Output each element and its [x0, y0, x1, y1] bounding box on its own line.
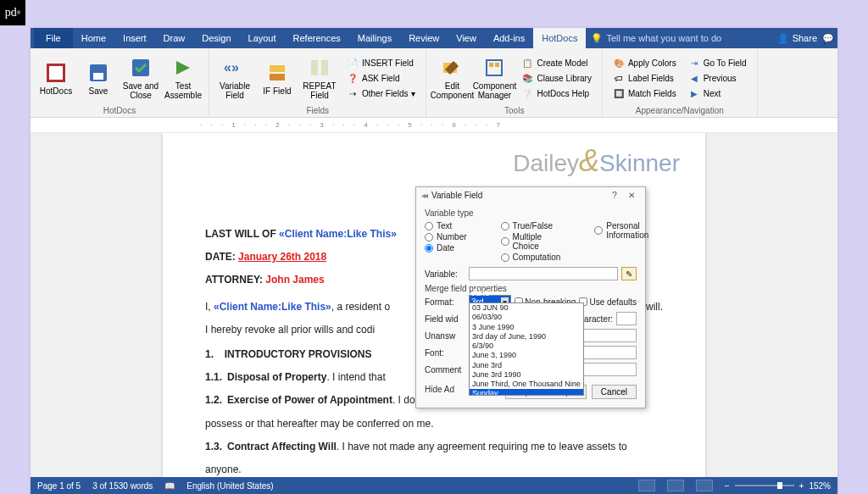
tab-design[interactable]: Design: [193, 28, 239, 48]
format-option[interactable]: June 3rd 1990: [470, 370, 583, 380]
attorney-field: John James: [265, 274, 324, 286]
tab-layout[interactable]: Layout: [240, 28, 285, 48]
radio-truefalse[interactable]: True/False: [501, 221, 561, 230]
next-button[interactable]: ▶Next: [687, 86, 748, 100]
tab-hotdocs[interactable]: HotDocs: [533, 28, 586, 48]
format-dropdown-list[interactable]: 03 JUN 90 06/03/90 3 June 1990 3rd day o…: [469, 303, 584, 396]
dialog-help-button[interactable]: ?: [606, 191, 623, 200]
language-status[interactable]: English (United States): [186, 481, 273, 491]
view-print-button[interactable]: [667, 480, 684, 491]
variable-field-dialog: ◂◂ Variable Field ? ✕ Variable type Text…: [415, 186, 646, 408]
hotdocs-launcher-button[interactable]: HotDocs: [36, 52, 76, 104]
dialog-nav-back-icon[interactable]: ◂◂: [421, 191, 426, 200]
radio-text[interactable]: Text: [425, 221, 467, 230]
apply-colors-button[interactable]: 🎨Apply Colors: [611, 56, 678, 69]
hotdocs-help-button[interactable]: ❔HotDocs Help: [520, 86, 593, 100]
save-close-button[interactable]: Save and Close: [120, 52, 161, 104]
save-button[interactable]: Save: [78, 52, 119, 104]
svg-rect-13: [489, 63, 493, 67]
format-option[interactable]: 03 JUN 90: [470, 303, 583, 313]
ask-field-button[interactable]: ❓ASK Field: [345, 71, 417, 85]
model-icon: 📋: [521, 57, 533, 69]
page-status[interactable]: Page 1 of 5: [37, 481, 81, 491]
field-width-label: Field wid: [425, 314, 465, 324]
dialog-title: Variable Field: [431, 191, 482, 200]
tell-me[interactable]: 💡 Tell me what you want to do: [591, 33, 721, 44]
chevrons-icon: «»: [223, 56, 247, 80]
save-icon: [86, 61, 110, 85]
tab-mailings[interactable]: Mailings: [349, 28, 400, 48]
ribbon: HotDocs Save Save and Close Test Assembl…: [31, 48, 837, 118]
format-option[interactable]: June 3, 1990: [470, 351, 583, 360]
word-count[interactable]: 3 of 1530 words: [92, 481, 153, 491]
share-button[interactable]: 👤 Share: [777, 33, 817, 44]
comments-icon[interactable]: 💬: [822, 33, 834, 44]
format-option[interactable]: June 3rd: [470, 361, 583, 370]
format-option[interactable]: Sunday: [470, 389, 583, 396]
variable-input[interactable]: [469, 267, 618, 280]
component-manager-button[interactable]: Component Manager: [474, 52, 515, 104]
format-option[interactable]: June Third, One Thousand Nine Hundred: [470, 380, 583, 389]
save-close-icon: [129, 56, 153, 80]
date-field: January 26th 2018: [238, 251, 326, 263]
clause-library-button[interactable]: 📚Clause Library: [520, 71, 593, 85]
proofing-icon[interactable]: 📖: [164, 481, 175, 491]
radio-date[interactable]: Date: [425, 243, 467, 253]
if-field-button[interactable]: IF Field: [257, 52, 298, 104]
tab-review[interactable]: Review: [400, 28, 448, 48]
svg-rect-9: [311, 60, 318, 75]
other-fields-button[interactable]: ⇢Other Fields ▾: [345, 86, 417, 100]
zoom-in-icon[interactable]: +: [799, 481, 804, 491]
test-assemble-button[interactable]: Test Assemble: [163, 52, 203, 104]
view-read-button[interactable]: [638, 480, 655, 491]
fill-char-input[interactable]: [616, 312, 637, 325]
tab-references[interactable]: References: [285, 28, 349, 48]
edit-component-button[interactable]: Edit Component: [431, 52, 472, 104]
variable-field-button[interactable]: «»Variable Field: [214, 52, 255, 104]
radio-number[interactable]: Number: [425, 232, 467, 241]
cancel-button[interactable]: Cancel: [592, 385, 637, 399]
format-label: Format:: [425, 297, 465, 307]
tab-view[interactable]: View: [448, 28, 485, 48]
tab-home[interactable]: Home: [73, 28, 114, 48]
font-label: Font:: [425, 348, 465, 358]
zoom-level[interactable]: 152%: [809, 481, 831, 491]
variable-wizard-button[interactable]: ✎: [621, 267, 637, 280]
hide-advanced-button[interactable]: Hide Ad: [425, 385, 454, 394]
radio-personal-info[interactable]: Personal Information: [594, 221, 648, 240]
library-icon: 📚: [521, 72, 533, 84]
menu-bar: File Home Insert Draw Design Layout Refe…: [31, 28, 837, 48]
repeat-field-button[interactable]: REPEAT Field: [299, 52, 340, 104]
match-icon: 🔲: [613, 87, 625, 99]
pd-logo: pd®: [0, 0, 25, 25]
chevron-down-icon: ▾: [411, 89, 415, 98]
match-fields-button[interactable]: 🔲Match Fields: [611, 86, 678, 100]
dialog-close-button[interactable]: ✕: [623, 191, 640, 200]
radio-multiple-choice[interactable]: Multiple Choice: [501, 232, 561, 251]
format-option[interactable]: 3 June 1990: [470, 323, 583, 332]
insert-field-button[interactable]: 📄INSERT Field: [345, 56, 417, 69]
format-option[interactable]: 6/3/90: [470, 341, 583, 351]
previous-button[interactable]: ◀Previous: [687, 71, 748, 85]
zoom-slider[interactable]: − + 152%: [725, 481, 831, 491]
merge-field-props-label: Merge field properties: [425, 284, 637, 293]
format-option[interactable]: 3rd day of June, 1990: [470, 332, 583, 341]
tab-file[interactable]: File: [34, 28, 73, 48]
radio-computation[interactable]: Computation: [501, 253, 561, 262]
svg-rect-12: [487, 60, 502, 75]
group-label-hotdocs: HotDocs: [36, 104, 203, 115]
label-fields-button[interactable]: 🏷Label Fields: [611, 71, 678, 85]
client-name-field: «Client Name:Like This»: [279, 228, 397, 240]
tab-insert[interactable]: Insert: [114, 28, 155, 48]
view-web-button[interactable]: [696, 480, 713, 491]
label-icon: 🏷: [613, 72, 625, 84]
svg-rect-10: [321, 60, 328, 75]
tab-draw[interactable]: Draw: [155, 28, 194, 48]
goto-field-button[interactable]: ⇥Go To Field: [687, 56, 748, 69]
tab-addins[interactable]: Add-ins: [485, 28, 533, 48]
use-defaults-checkbox[interactable]: Use defaults: [579, 297, 637, 307]
create-model-button[interactable]: 📋Create Model: [520, 56, 593, 69]
status-bar: Page 1 of 5 3 of 1530 words 📖 English (U…: [31, 477, 837, 494]
format-option[interactable]: 06/03/90: [470, 313, 583, 322]
zoom-out-icon[interactable]: −: [725, 481, 730, 491]
